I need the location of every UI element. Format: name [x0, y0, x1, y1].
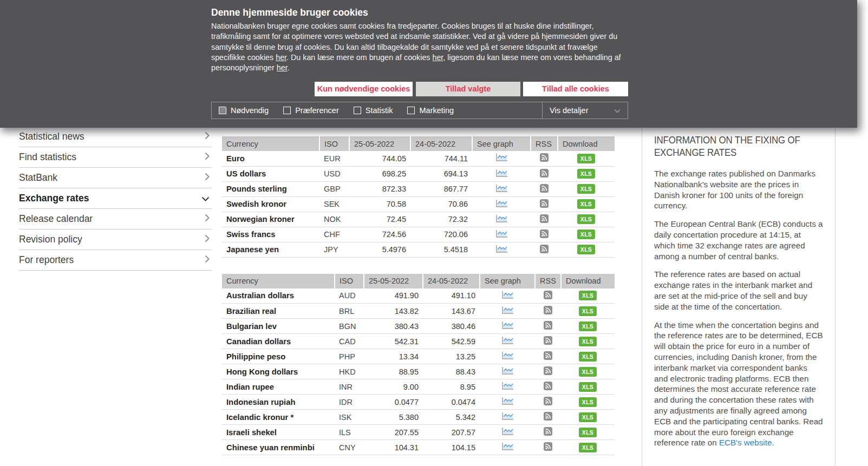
- allow-selected-button[interactable]: Tillad valgte: [416, 82, 520, 96]
- chevron-down-icon: [614, 106, 621, 115]
- currency-name: Indian rupee: [222, 379, 335, 395]
- iso-code: PHP: [335, 349, 364, 364]
- sidebar-item-statistical-news[interactable]: Statistical news: [19, 127, 212, 147]
- see-graph-icon[interactable]: [495, 169, 508, 178]
- xls-download-badge[interactable]: XLS: [577, 184, 595, 194]
- rss-icon[interactable]: [544, 306, 552, 314]
- currency-name: Norwegian kroner: [222, 212, 319, 227]
- xls-download-badge[interactable]: XLS: [577, 154, 595, 163]
- show-details-toggle[interactable]: Vis detaljer: [542, 102, 628, 119]
- see-graph-icon[interactable]: [501, 321, 514, 330]
- table-row: Hong Kong dollarsHKD88.9588.43XLS: [222, 364, 615, 379]
- sidebar-item-exchange-rates[interactable]: Exchange rates: [19, 188, 212, 209]
- xls-download-badge[interactable]: XLS: [577, 169, 595, 179]
- ecb-website-link[interactable]: ECB's website: [719, 438, 772, 447]
- see-graph-icon[interactable]: [495, 229, 508, 238]
- see-graph-icon[interactable]: [501, 382, 514, 390]
- sidebar-nav: Statistical newsFind statisticsStatBankE…: [19, 127, 212, 271]
- xls-download-badge[interactable]: XLS: [577, 229, 595, 239]
- currency-name: Bulgarian lev: [222, 319, 335, 334]
- rss-icon[interactable]: [544, 442, 552, 451]
- info-paragraph: The European Central Bank (ECB) conducts…: [654, 219, 823, 261]
- see-graph-icon[interactable]: [495, 153, 508, 162]
- see-graph-icon[interactable]: [501, 291, 514, 299]
- see-graph-icon[interactable]: [495, 245, 508, 253]
- rate-24-05-2022: 380.46: [423, 319, 480, 334]
- cookie-her-link[interactable]: her: [276, 53, 286, 62]
- see-graph-icon[interactable]: [501, 351, 514, 360]
- chevron-right-icon: [205, 234, 210, 245]
- table-row: Swiss francsCHF724.56720.06XLS: [222, 227, 615, 242]
- checkbox-box-icon: [283, 107, 291, 114]
- sidebar-item-label: For reporters: [19, 254, 74, 266]
- xls-download-badge[interactable]: XLS: [579, 443, 597, 452]
- see-graph-icon[interactable]: [501, 427, 514, 436]
- currency-name: Chinese yuan renminbi: [222, 440, 335, 455]
- xls-download-badge[interactable]: XLS: [579, 382, 597, 392]
- xls-download-badge[interactable]: XLS: [579, 337, 597, 346]
- see-graph-icon[interactable]: [495, 184, 508, 193]
- show-details-label: Vis detaljer: [550, 106, 588, 115]
- sidebar-item-statbank[interactable]: StatBank: [19, 168, 212, 188]
- rss-icon[interactable]: [544, 321, 552, 330]
- checkbox-marketing[interactable]: Marketing: [407, 106, 454, 115]
- rss-icon[interactable]: [544, 397, 552, 405]
- rss-icon[interactable]: [540, 169, 549, 178]
- sidebar-item-release-calendar[interactable]: Release calendar: [19, 209, 212, 229]
- see-graph-icon[interactable]: [501, 366, 514, 375]
- allow-all-cookies-button[interactable]: Tillad alle cookies: [523, 82, 628, 96]
- rss-icon[interactable]: [544, 427, 552, 436]
- currency-name: Japanese yen: [222, 242, 319, 257]
- rss-icon[interactable]: [544, 336, 552, 345]
- chevron-right-icon: [205, 131, 210, 142]
- cookie-her-link[interactable]: her: [432, 53, 443, 62]
- xls-download-badge[interactable]: XLS: [579, 397, 597, 407]
- xls-download-badge[interactable]: XLS: [579, 367, 597, 377]
- table-row: Swedish kronorSEK70.5870.86XLS: [222, 196, 615, 212]
- checkbox-statistik[interactable]: Statistik: [354, 106, 393, 115]
- rss-icon[interactable]: [540, 184, 549, 193]
- cookie-her-link[interactable]: her: [277, 63, 288, 72]
- see-graph-icon[interactable]: [495, 214, 508, 223]
- info-text: The European Central Bank (ECB) conducts…: [654, 219, 823, 260]
- rss-icon[interactable]: [544, 412, 552, 421]
- rss-icon[interactable]: [540, 229, 549, 238]
- rss-icon[interactable]: [540, 199, 549, 208]
- xls-download-badge[interactable]: XLS: [579, 352, 597, 362]
- rss-icon[interactable]: [544, 291, 552, 299]
- info-paragraph: The reference rates are based on actual …: [654, 269, 823, 312]
- rss-icon[interactable]: [544, 382, 552, 390]
- rate-24-05-2022: 720.06: [410, 227, 472, 242]
- rss-icon[interactable]: [540, 153, 549, 162]
- see-graph-icon[interactable]: [501, 306, 514, 314]
- only-necessary-cookies-button[interactable]: Kun nødvendige cookies: [315, 82, 413, 96]
- iso-code: USD: [319, 166, 349, 181]
- iso-code: NOK: [319, 212, 349, 227]
- xls-download-badge[interactable]: XLS: [579, 321, 597, 331]
- currency-name: Australian dollars: [222, 288, 335, 304]
- rate-25-05-2022: 88.95: [364, 364, 423, 379]
- xls-download-badge[interactable]: XLS: [577, 199, 595, 209]
- sidebar-item-for-reporters[interactable]: For reporters: [19, 250, 212, 271]
- see-graph-icon[interactable]: [495, 199, 508, 208]
- rate-24-05-2022: 0.0474: [423, 395, 480, 410]
- xls-download-badge[interactable]: XLS: [579, 428, 597, 437]
- rss-icon[interactable]: [540, 245, 549, 253]
- rss-icon[interactable]: [544, 366, 552, 375]
- see-graph-icon[interactable]: [501, 336, 514, 345]
- xls-download-badge[interactable]: XLS: [579, 306, 597, 316]
- sidebar-item-revision-policy[interactable]: Revision policy: [19, 229, 212, 250]
- checkbox-pr-ferencer[interactable]: Præferencer: [283, 106, 339, 115]
- xls-download-badge[interactable]: XLS: [577, 214, 595, 224]
- see-graph-icon[interactable]: [501, 397, 514, 405]
- rss-icon[interactable]: [544, 351, 552, 360]
- xls-download-badge[interactable]: XLS: [579, 291, 597, 300]
- xls-download-badge[interactable]: XLS: [579, 412, 597, 422]
- sidebar-item-find-statistics[interactable]: Find statistics: [19, 147, 212, 168]
- xls-download-badge[interactable]: XLS: [577, 245, 595, 254]
- rss-icon[interactable]: [540, 214, 549, 223]
- see-graph-icon[interactable]: [501, 412, 514, 421]
- rate-24-05-2022: 70.86: [410, 196, 472, 212]
- see-graph-icon[interactable]: [501, 442, 514, 451]
- checkbox-n-dvendig[interactable]: Nødvendig: [219, 106, 269, 115]
